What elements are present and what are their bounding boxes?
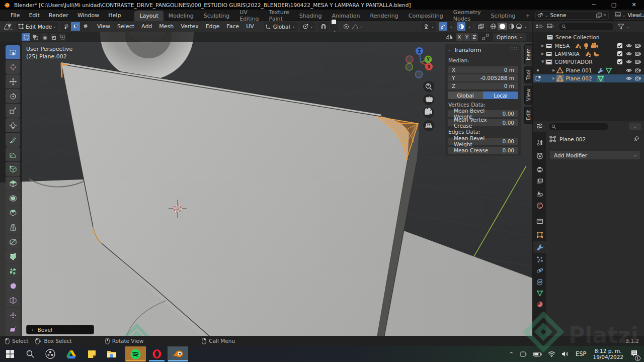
outliner-display-mode-icon[interactable]: [536, 24, 544, 30]
opera-taskbar-button[interactable]: [146, 346, 167, 361]
tab-object-data[interactable]: [533, 287, 546, 299]
extrude-region-tool[interactable]: [6, 176, 20, 191]
expand-arrow-icon[interactable]: ▶: [541, 44, 544, 48]
obs-icon[interactable]: [45, 349, 55, 359]
workspace-tab[interactable]: Sculpting: [199, 11, 234, 21]
disable-render-icon[interactable]: [635, 59, 641, 65]
pivot-point-dropdown[interactable]: ⌄: [300, 22, 315, 31]
cursor-tool[interactable]: [6, 60, 20, 74]
properties-options-dropdown[interactable]: ⌄: [629, 123, 641, 130]
windows-start-icon[interactable]: [6, 350, 14, 358]
outliner-search-input[interactable]: [559, 23, 613, 30]
mirror-z-button[interactable]: Z: [471, 33, 478, 41]
keyboard-language[interactable]: ESP: [576, 350, 587, 357]
scene-selector[interactable]: ⌄ Scene ✕: [535, 11, 609, 20]
npanel-tab-tool[interactable]: Tool: [524, 66, 532, 83]
blender-taskbar-button[interactable]: [168, 346, 188, 361]
tab-object[interactable]: [533, 229, 546, 241]
battery-icon[interactable]: [533, 351, 542, 357]
loop-cut-tool[interactable]: [6, 220, 20, 234]
topbar-menu-item[interactable]: File: [6, 10, 24, 21]
workspace-tab[interactable]: Layout: [134, 11, 163, 21]
topbar-menu-item[interactable]: Render: [44, 10, 73, 21]
viewport-menu-item[interactable]: Select: [114, 23, 138, 30]
shear-tool[interactable]: [6, 322, 20, 336]
hide-viewport-icon[interactable]: [626, 67, 632, 73]
mode-dropdown[interactable]: Edit Mode ⌄: [16, 22, 58, 31]
viewport-menu-item[interactable]: Mesh: [155, 23, 177, 30]
smooth-tool[interactable]: [6, 279, 20, 293]
snap-toggle[interactable]: [318, 22, 329, 31]
tab-particles[interactable]: [533, 253, 546, 265]
breadcrumb-object-name[interactable]: Plane.002: [559, 136, 586, 142]
tab-constraints[interactable]: [533, 276, 546, 288]
rendered-shading-icon[interactable]: [515, 23, 523, 30]
outliner-object-plane001[interactable]: ▶Plane.001: [533, 66, 644, 74]
mirror-x-button[interactable]: X: [456, 33, 463, 41]
bevel-tool[interactable]: [6, 206, 20, 220]
workspace-tab[interactable]: Shading: [294, 11, 327, 21]
disable-render-icon[interactable]: [635, 75, 641, 81]
viewport-menu-item[interactable]: View: [94, 23, 114, 30]
viewport-menu-item[interactable]: Vertex: [177, 23, 202, 30]
viewlayer-selector[interactable]: ⌄ ViewLayer ✕: [613, 11, 644, 20]
expand-arrow-icon[interactable]: ▶: [552, 76, 555, 80]
scale-tool[interactable]: [6, 104, 20, 118]
add-cube-tool[interactable]: [6, 162, 20, 176]
tab-physics[interactable]: [533, 264, 546, 277]
workspace-tab[interactable]: UV Editing: [234, 11, 264, 21]
taskbar-search-icon[interactable]: [26, 350, 34, 358]
collapse-arrow-icon[interactable]: ▼: [541, 60, 544, 64]
checkbox-icon[interactable]: [617, 59, 623, 65]
xray-toggle[interactable]: [457, 22, 465, 31]
solid-shading-button[interactable]: [498, 23, 507, 30]
workspace-tab[interactable]: Geometry Nodes: [448, 11, 486, 21]
npanel-tab-item[interactable]: Item: [524, 44, 532, 64]
expand-arrow-icon[interactable]: ▶: [541, 52, 544, 56]
show-overlays-toggle[interactable]: [439, 22, 447, 31]
spotify-taskbar-button[interactable]: [125, 346, 146, 361]
properties-search-input[interactable]: [549, 123, 608, 130]
mean-bevel-weight-edge-field[interactable]: Mean Bevel Weight0.00: [448, 138, 518, 145]
google-drive-icon[interactable]: [66, 350, 76, 358]
xray-dropdown[interactable]: ⌄: [466, 22, 472, 31]
npanel-tab-edit[interactable]: Edit: [524, 107, 532, 124]
global-button[interactable]: Global: [448, 92, 483, 99]
properties-editor-type-icon[interactable]: [536, 123, 544, 130]
tab-output[interactable]: [533, 163, 546, 175]
topbar-menu-item[interactable]: Help: [104, 10, 125, 21]
file-explorer-icon[interactable]: [107, 350, 117, 358]
show-gizmo-dropdown[interactable]: ⌄: [422, 22, 437, 31]
add-modifier-dropdown[interactable]: Add Modifier ⌄: [550, 151, 640, 159]
tab-material[interactable]: [533, 298, 546, 310]
outliner-filter-icon[interactable]: [617, 24, 624, 30]
proportional-edit-toggle[interactable]: ⌄: [341, 22, 365, 31]
tab-scene[interactable]: [533, 188, 546, 200]
inset-faces-tool[interactable]: [6, 191, 20, 205]
toggle-xray-button[interactable]: [476, 22, 486, 31]
face-select-button[interactable]: [80, 22, 90, 31]
disable-render-icon[interactable]: [635, 51, 641, 57]
viewport-menu-item[interactable]: Face: [223, 23, 243, 30]
median-y-field[interactable]: Y-0.005288 m: [448, 74, 518, 81]
annotate-tool[interactable]: [6, 133, 20, 147]
disable-render-icon[interactable]: [635, 67, 641, 73]
checkbox-icon[interactable]: [617, 43, 623, 49]
workspace-tab[interactable]: Scripting: [486, 11, 521, 21]
material-shading-icon[interactable]: [508, 23, 515, 30]
maximize-button[interactable]: ▢: [604, 0, 624, 10]
hide-viewport-icon[interactable]: [626, 59, 632, 65]
workspace-tab[interactable]: Compositing: [404, 11, 448, 21]
select-subtract-mode[interactable]: [40, 33, 48, 41]
tab-render[interactable]: [533, 150, 546, 162]
operator-panel-bevel[interactable]: › Bevel: [26, 325, 94, 334]
edge-select-button[interactable]: [71, 22, 80, 31]
measure-tool[interactable]: [6, 147, 20, 161]
tab-world[interactable]: [533, 200, 546, 212]
local-button[interactable]: Local: [483, 92, 518, 99]
edge-slide-tool[interactable]: [6, 293, 20, 307]
workspace-tab[interactable]: Modeling: [164, 11, 199, 21]
minimize-button[interactable]: ─: [584, 0, 604, 10]
unlink-scene-icon[interactable]: ✕: [603, 13, 607, 18]
mirror-y-button[interactable]: Y: [463, 33, 470, 41]
